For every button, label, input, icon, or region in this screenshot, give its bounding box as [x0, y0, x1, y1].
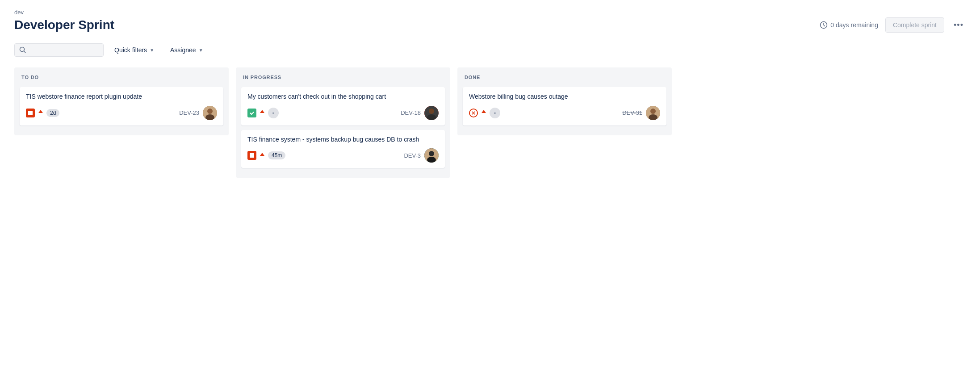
days-remaining: 0 days remaining [820, 21, 878, 29]
complete-sprint-button[interactable]: Complete sprint [885, 17, 944, 33]
avatar [203, 106, 217, 120]
estimate-badge: - [490, 108, 500, 118]
card[interactable]: My customers can't check out in the shop… [241, 87, 445, 125]
card-meta-right: DEV-31 [622, 106, 660, 120]
estimate-badge: - [268, 108, 279, 118]
search-icon [19, 46, 26, 54]
svg-rect-9 [250, 153, 254, 158]
header-right: 0 days remaining Complete sprint ••• [820, 17, 966, 33]
assignee-chevron: ▼ [199, 48, 203, 53]
svg-point-16 [650, 109, 656, 114]
card-title: Webstore billing bug causes outage [469, 92, 660, 101]
avatar [646, 106, 660, 120]
card[interactable]: TIS finance system - systems backup bug … [241, 130, 445, 168]
avatar [424, 106, 439, 120]
card[interactable]: Webstore billing bug causes outage-DEV-3… [463, 87, 666, 125]
issue-id: DEV-3 [404, 152, 421, 159]
svg-point-4 [207, 109, 213, 114]
card-title: TIS finance system - systems backup bug … [247, 135, 439, 144]
priority-icon [259, 152, 265, 159]
assignee-label: Assignee [170, 46, 196, 54]
svg-point-7 [429, 109, 434, 114]
svg-point-11 [429, 151, 434, 156]
priority-icon [481, 109, 487, 117]
issue-id: DEV-23 [179, 109, 199, 116]
card-footer: 2dDEV-23 [26, 106, 217, 120]
days-remaining-text: 0 days remaining [830, 21, 878, 29]
estimate-badge: 45m [268, 151, 285, 159]
column-done: DONEWebstore billing bug causes outage-D… [457, 67, 672, 135]
card-footer: 45mDEV-3 [247, 148, 439, 163]
card-meta-left: - [469, 108, 500, 118]
type-icon-story [247, 109, 256, 117]
card-meta-right: DEV-18 [401, 106, 439, 120]
type-icon-bug [247, 151, 256, 160]
card-meta-left: 2d [26, 109, 59, 117]
column-header-done: DONE [463, 73, 666, 82]
type-icon-bug [26, 109, 35, 117]
issue-id: DEV-31 [622, 109, 642, 116]
column-header-todo: TO DO [20, 73, 223, 82]
breadcrumb: dev [14, 9, 966, 16]
more-options-button[interactable]: ••• [951, 18, 966, 32]
search-wrapper [14, 43, 104, 57]
priority-icon [38, 109, 44, 117]
card-meta-right: DEV-3 [404, 148, 439, 163]
quick-filters-chevron: ▼ [150, 48, 154, 53]
assignee-filter-button[interactable]: Assignee ▼ [165, 44, 209, 56]
type-icon-cancel [469, 109, 478, 117]
card-title: TIS webstore finance report plugin updat… [26, 92, 217, 101]
quick-filters-label: Quick filters [114, 46, 147, 54]
clock-icon [820, 21, 828, 29]
issue-id: DEV-18 [401, 109, 421, 116]
card-footer: -DEV-18 [247, 106, 439, 120]
estimate-badge: 2d [46, 109, 59, 117]
toolbar: Quick filters ▼ Assignee ▼ [14, 43, 966, 57]
card-meta-left: 45m [247, 151, 285, 160]
card[interactable]: TIS webstore finance report plugin updat… [20, 87, 223, 125]
board: TO DOTIS webstore finance report plugin … [14, 67, 966, 178]
page-title: Developer Sprint [14, 18, 114, 32]
card-footer: -DEV-31 [469, 106, 660, 120]
column-todo: TO DOTIS webstore finance report plugin … [14, 67, 229, 135]
svg-rect-2 [28, 111, 33, 115]
card-title: My customers can't check out in the shop… [247, 92, 439, 101]
page-header: Developer Sprint 0 days remaining Comple… [14, 17, 966, 33]
search-input[interactable] [30, 46, 99, 54]
card-meta-right: DEV-23 [179, 106, 217, 120]
column-header-inprogress: IN PROGRESS [241, 73, 445, 82]
avatar [424, 148, 439, 163]
quick-filters-button[interactable]: Quick filters ▼ [109, 44, 159, 56]
priority-icon [259, 109, 265, 117]
column-inprogress: IN PROGRESSMy customers can't check out … [236, 67, 450, 178]
card-meta-left: - [247, 108, 279, 118]
